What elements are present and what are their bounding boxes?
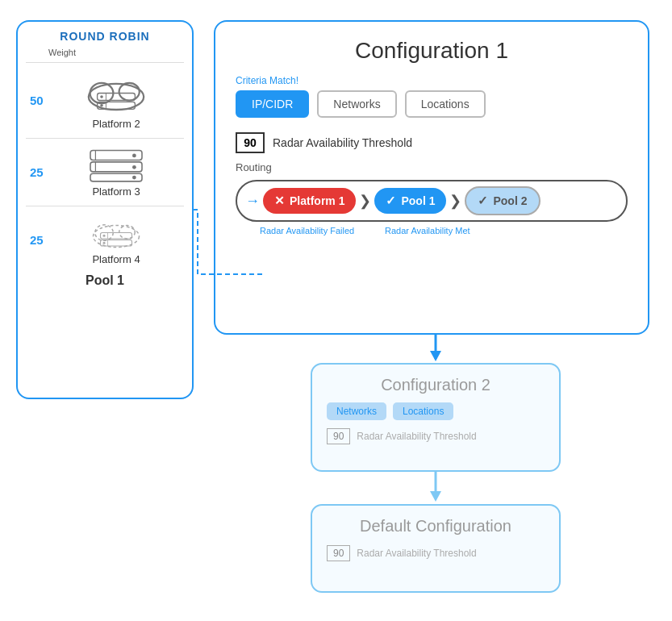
check-icon1: ✓ xyxy=(386,194,396,208)
default-config-panel: Default Configuration 90 Radar Availabil… xyxy=(311,504,561,593)
platform3-area: Platform 3 xyxy=(52,147,180,198)
threshold-label: Radar Availability Threshold xyxy=(273,136,412,149)
x-icon: ✕ xyxy=(274,194,285,208)
weight-header: Weight xyxy=(26,48,184,57)
default-threshold-value: 90 xyxy=(327,545,350,561)
server-icon-platform4 xyxy=(84,215,148,251)
routing-item-pool1: ✓ Pool 1 xyxy=(374,188,446,214)
platform4-area: Platform 4 xyxy=(52,215,180,265)
config2-threshold-value: 90 xyxy=(327,428,350,444)
check-icon2: ✓ xyxy=(478,194,488,208)
weight-50: 50 xyxy=(30,94,52,107)
cloud-icon-platform2 xyxy=(80,71,152,115)
sub-label-met: Radar Availability Met xyxy=(385,226,470,235)
svg-point-13 xyxy=(132,165,136,169)
btn-ipcidr[interactable]: IP/CIDR xyxy=(236,90,309,118)
config2-panel: Configuration 2 Networks Locations 90 Ra… xyxy=(311,363,561,472)
routing-item-pool2: ✓ Pool 2 xyxy=(465,186,540,215)
svg-marker-32 xyxy=(430,491,441,502)
config2-btn-networks[interactable]: Networks xyxy=(327,402,386,420)
threshold-row: 90 Radar Availability Threshold xyxy=(236,132,628,153)
default-config-title: Default Configuration xyxy=(327,517,545,536)
weight-25a: 25 xyxy=(30,165,52,179)
default-threshold-label: Radar Availability Threshold xyxy=(357,548,476,559)
btn-networks[interactable]: Networks xyxy=(317,90,396,118)
platform4-label: Platform 4 xyxy=(92,253,140,265)
config2-btn-locations[interactable]: Locations xyxy=(393,402,453,420)
platform3-label: Platform 3 xyxy=(92,185,140,198)
svg-point-19 xyxy=(119,226,136,240)
chevron2-icon: ❯ xyxy=(449,192,461,210)
routing-chain: → ✕ Platform 1 ❯ ✓ Pool 1 ❯ ✓ Pool 2 xyxy=(236,180,628,222)
platform2-label: Platform 2 xyxy=(92,118,140,130)
config1-title: Configuration 1 xyxy=(236,38,628,64)
svg-point-6 xyxy=(100,104,103,107)
round-robin-title: ROUND ROBIN xyxy=(26,30,184,43)
pool1-chain-label: Pool 1 xyxy=(401,194,435,207)
threshold-value: 90 xyxy=(236,132,265,153)
routing-label: Routing xyxy=(236,161,628,173)
routing-arrow-icon: → xyxy=(245,193,260,210)
pool-item-platform2: 50 Platform 2 xyxy=(26,71,184,130)
config1-panel: Configuration 1 Criteria Match! IP/CIDR … xyxy=(214,20,649,335)
routing-item-platform1: ✕ Platform 1 xyxy=(263,188,356,214)
platform1-label: Platform 1 xyxy=(290,194,344,207)
sub-label-failed: Radar Availability Failed xyxy=(260,226,385,235)
pool-panel: ROUND ROBIN Weight 50 xyxy=(16,20,194,399)
platform2-area: Platform 2 xyxy=(52,71,180,130)
svg-point-5 xyxy=(100,95,103,98)
svg-point-14 xyxy=(132,176,136,180)
svg-marker-30 xyxy=(430,351,441,361)
server-icon-platform3 xyxy=(84,147,148,183)
weight-25b: 25 xyxy=(30,233,52,247)
config2-threshold-row: 90 Radar Availability Threshold xyxy=(327,428,545,444)
pool-item-platform4: 25 Platform 4 xyxy=(26,215,184,265)
pool1-footer-label: Pool 1 xyxy=(26,273,184,288)
default-threshold-row: 90 Radar Availability Threshold xyxy=(327,545,545,561)
config2-threshold-label: Radar Availability Threshold xyxy=(357,431,476,442)
config2-buttons: Networks Locations xyxy=(327,402,545,420)
chevron1-icon: ❯ xyxy=(359,192,371,210)
pool-item-platform3: 25 Platform 3 xyxy=(26,147,184,198)
svg-point-23 xyxy=(103,242,106,244)
diagram-container: ROUND ROBIN Weight 50 xyxy=(0,0,672,621)
criteria-label: Criteria Match! xyxy=(236,75,628,86)
svg-point-12 xyxy=(132,154,136,158)
routing-sub-labels: Radar Availability Failed Radar Availabi… xyxy=(236,226,628,235)
svg-point-22 xyxy=(103,235,106,237)
btn-locations[interactable]: Locations xyxy=(405,90,486,118)
criteria-buttons: IP/CIDR Networks Locations xyxy=(236,90,628,118)
pool2-chain-label: Pool 2 xyxy=(493,194,527,207)
config2-title: Configuration 2 xyxy=(327,376,545,394)
